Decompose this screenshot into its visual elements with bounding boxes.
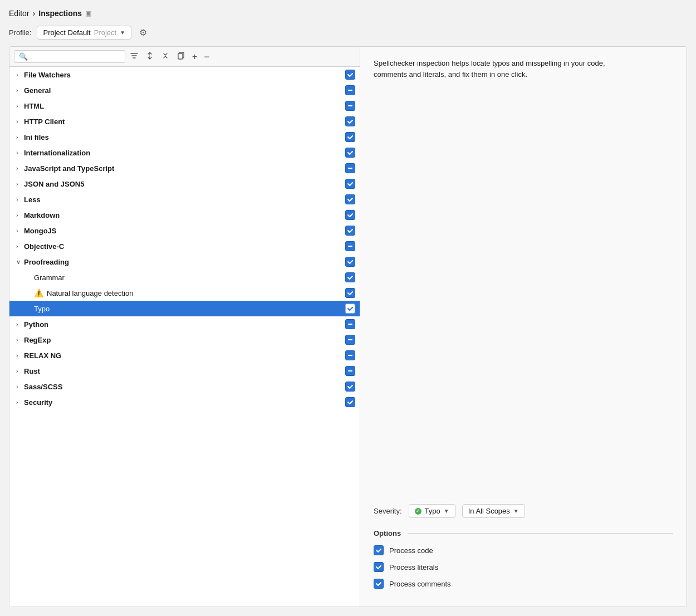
checkbox-less[interactable] — [345, 194, 355, 204]
list-item-file-watchers[interactable]: ›File Watchers — [9, 67, 360, 82]
item-label-regexp: RegExp — [24, 336, 345, 344]
item-label-file-watchers: File Watchers — [24, 71, 345, 79]
checkbox-typo[interactable] — [345, 304, 355, 314]
list-item-mongodb[interactable]: ›MongoJS — [9, 223, 360, 238]
remove-button[interactable]: − — [202, 51, 212, 63]
item-label-js-ts: JavaScript and TypeScript — [24, 164, 345, 173]
description-text: Spellchecker inspection helps locate typ… — [374, 58, 607, 80]
option-item-process-code[interactable]: Process code — [374, 545, 673, 555]
list-item-json[interactable]: ›JSON and JSON5 — [9, 176, 360, 192]
severity-row: Severity: Typo ▼ In All Scopes ▼ — [374, 495, 673, 518]
list-item-grammar[interactable]: Grammar — [9, 270, 360, 285]
breadcrumb-separator: › — [33, 9, 36, 18]
list-item-proofreading[interactable]: ∨Proofreading — [9, 254, 360, 270]
copy-button[interactable] — [174, 50, 188, 63]
checkbox-rust[interactable] — [345, 366, 355, 376]
list-item-html[interactable]: ›HTML — [9, 98, 360, 114]
expand-arrow-icon: › — [16, 134, 24, 140]
item-label-natural-lang: Natural language detection — [47, 289, 345, 297]
checkbox-security[interactable] — [345, 397, 355, 407]
expand-arrow-icon: › — [16, 149, 24, 156]
list-item-python[interactable]: ›Python — [9, 316, 360, 332]
checkbox-grammar[interactable] — [345, 272, 355, 282]
option-item-process-literals[interactable]: Process literals — [374, 562, 673, 572]
checkbox-markdown[interactable] — [345, 210, 355, 220]
list-item-rust[interactable]: ›Rust — [9, 363, 360, 379]
list-item-sass-scss[interactable]: ›Sass/SCSS — [9, 379, 360, 394]
list-item-relax-ng[interactable]: ›RELAX NG — [9, 348, 360, 363]
search-input[interactable] — [14, 50, 125, 63]
option-checkbox-process-code[interactable] — [374, 545, 384, 555]
checkbox-regexp[interactable] — [345, 335, 355, 345]
profile-select[interactable]: Project Default Project ▼ — [37, 26, 131, 40]
list-item-objective-c[interactable]: ›Objective-C — [9, 238, 360, 254]
svg-rect-4 — [348, 168, 352, 169]
list-item-regexp[interactable]: ›RegExp — [9, 332, 360, 348]
option-label-process-comments: Process comments — [389, 580, 451, 588]
svg-rect-7 — [348, 339, 352, 340]
item-label-sass-scss: Sass/SCSS — [24, 383, 345, 391]
breadcrumb-editor[interactable]: Editor — [9, 9, 30, 18]
severity-dropdown[interactable]: Typo ▼ — [409, 504, 455, 518]
profile-select-name: Project Default — [43, 28, 90, 37]
list-item-less[interactable]: ›Less — [9, 192, 360, 207]
option-label-process-code: Process code — [389, 546, 433, 555]
checkbox-natural-lang[interactable] — [345, 288, 355, 298]
collapse-all-button[interactable] — [159, 50, 172, 63]
option-checkbox-process-comments[interactable] — [374, 579, 384, 589]
right-panel: Spellchecker inspection helps locate typ… — [360, 47, 687, 607]
expand-arrow-icon: › — [16, 118, 24, 125]
expand-arrow-icon: › — [16, 165, 24, 172]
list-item-typo[interactable]: Typo — [9, 301, 360, 316]
item-label-internationalization: Internationalization — [24, 149, 345, 157]
main-content: + − ›File Watchers›General›HTML›HTTP Cli… — [9, 46, 687, 607]
add-button[interactable]: + — [190, 51, 199, 62]
options-list: Process codeProcess literalsProcess comm… — [374, 545, 673, 589]
expand-all-button[interactable] — [143, 50, 156, 63]
checkbox-sass-scss[interactable] — [345, 382, 355, 392]
option-label-process-literals: Process literals — [389, 563, 438, 571]
list-item-http-client[interactable]: ›HTTP Client — [9, 114, 360, 129]
checkbox-js-ts[interactable] — [345, 163, 355, 173]
profile-row: Profile: Project Default Project ▼ ⚙ — [9, 26, 687, 40]
checkbox-mongodb[interactable] — [345, 226, 355, 236]
breadcrumb-inspections: Inspections — [38, 9, 82, 18]
scope-value: In All Scopes — [468, 507, 510, 515]
option-item-process-comments[interactable]: Process comments — [374, 579, 673, 589]
checkbox-general[interactable] — [345, 85, 355, 95]
checkbox-internationalization[interactable] — [345, 148, 355, 158]
list-item-ini-files[interactable]: ›Ini files — [9, 129, 360, 145]
filter-button[interactable] — [128, 50, 141, 63]
svg-rect-1 — [178, 53, 183, 59]
checkbox-ini-files[interactable] — [345, 132, 355, 142]
checkbox-relax-ng[interactable] — [345, 350, 355, 360]
option-checkbox-process-literals[interactable] — [374, 562, 384, 572]
severity-arrow-icon: ▼ — [444, 508, 449, 514]
list-item-js-ts[interactable]: ›JavaScript and TypeScript — [9, 160, 360, 176]
checkbox-json[interactable] — [345, 179, 355, 189]
item-label-security: Security — [24, 398, 345, 407]
checkbox-http-client[interactable] — [345, 116, 355, 126]
list-item-security[interactable]: ›Security — [9, 394, 360, 410]
scope-arrow-icon: ▼ — [513, 508, 519, 514]
checkbox-python[interactable] — [345, 319, 355, 329]
gear-button[interactable]: ⚙ — [137, 26, 149, 39]
list-item-markdown[interactable]: ›Markdown — [9, 207, 360, 223]
chevron-down-icon: ▼ — [120, 30, 125, 36]
warning-icon: ⚠️ — [34, 289, 43, 297]
checkbox-objective-c[interactable] — [345, 241, 355, 251]
item-label-relax-ng: RELAX NG — [24, 351, 345, 360]
checkbox-html[interactable] — [345, 101, 355, 111]
item-label-python: Python — [24, 320, 345, 329]
expand-arrow-icon: ∨ — [16, 258, 24, 266]
list-item-natural-lang[interactable]: ⚠️Natural language detection — [9, 285, 360, 301]
checkbox-proofreading[interactable] — [345, 257, 355, 267]
breadcrumb: Editor › Inspections ▣ — [9, 9, 687, 18]
scope-dropdown[interactable]: In All Scopes ▼ — [462, 504, 525, 518]
list-item-general[interactable]: ›General — [9, 82, 360, 98]
svg-rect-9 — [348, 370, 352, 371]
item-label-http-client: HTTP Client — [24, 118, 345, 126]
profile-label: Profile: — [9, 28, 31, 37]
checkbox-file-watchers[interactable] — [345, 70, 355, 80]
list-item-internationalization[interactable]: ›Internationalization — [9, 145, 360, 160]
